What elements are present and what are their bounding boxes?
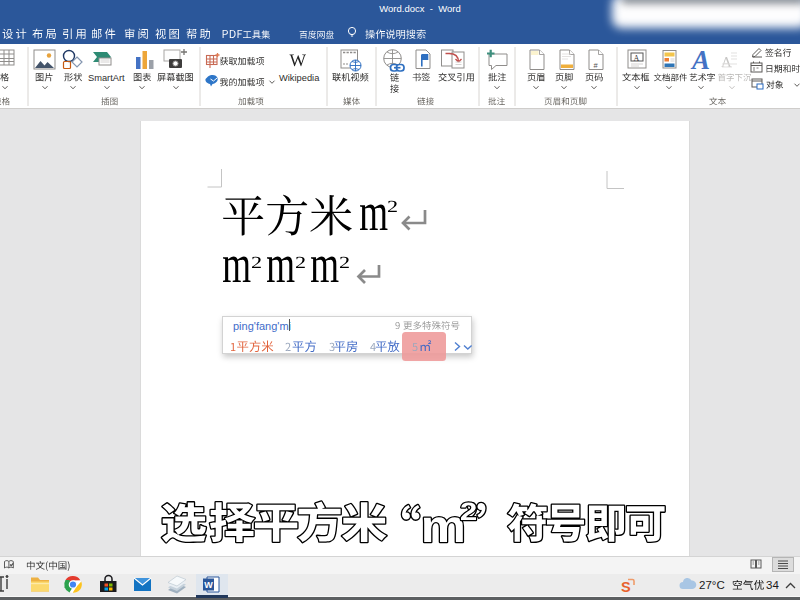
svg-text:A: A: [634, 54, 640, 63]
svg-text:A: A: [690, 45, 710, 75]
svg-text:W: W: [204, 580, 213, 590]
svg-text:S: S: [621, 579, 631, 595]
svg-text:A: A: [721, 54, 732, 70]
